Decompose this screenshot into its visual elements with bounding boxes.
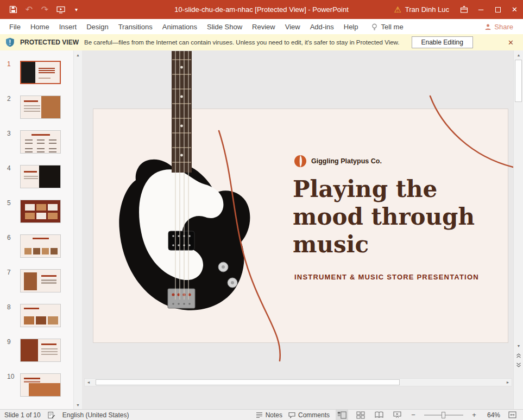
warning-icon: ⚠ xyxy=(394,5,401,14)
maximize-button[interactable] xyxy=(489,0,506,19)
slide-thumbnail-3[interactable] xyxy=(20,130,61,154)
language-indicator[interactable]: English (United States) xyxy=(62,411,129,419)
slide-thumbnail-6[interactable] xyxy=(20,234,61,258)
slide-thumbnail-5[interactable] xyxy=(20,200,61,223)
scroll-down-icon[interactable]: ▼ xyxy=(514,341,523,350)
lightbulb-icon xyxy=(371,23,378,30)
maximize-icon xyxy=(495,7,501,12)
slide-canvas-area: Giggling Platypus Co. Playing the mood t… xyxy=(82,50,513,409)
logo-icon xyxy=(294,155,307,168)
proofing-icon xyxy=(48,411,55,419)
next-slide-button[interactable] xyxy=(514,360,523,369)
double-chevron-down-icon xyxy=(516,362,521,367)
zoom-slider[interactable] xyxy=(424,415,463,416)
chevron-down-icon: ▾ xyxy=(75,7,78,12)
scroll-down-icon[interactable]: ▼ xyxy=(74,400,83,409)
tell-me-box[interactable]: Tell me xyxy=(371,19,404,34)
start-slideshow-button[interactable] xyxy=(53,0,68,19)
normal-view-button[interactable] xyxy=(336,410,348,420)
share-button[interactable]: Share xyxy=(484,19,513,34)
minimize-button[interactable]: ─ xyxy=(472,0,489,19)
zoom-out-button[interactable]: − xyxy=(409,411,417,419)
slide-thumbnail-1[interactable] xyxy=(20,61,61,84)
tab-help[interactable]: Help xyxy=(339,19,363,34)
slide-indicator[interactable]: Slide 1 of 10 xyxy=(4,411,41,419)
banner-close-icon[interactable]: ✕ xyxy=(504,39,518,47)
zoom-slider-thumb[interactable] xyxy=(442,412,445,418)
workspace: 12345678910 ▲ ▼ Giggling Platypus Co. Pl… xyxy=(0,50,523,409)
slide-thumbnail-8[interactable] xyxy=(20,304,61,327)
slide-title-line-1: Playing the xyxy=(293,175,475,203)
slide-thumbnail-10[interactable] xyxy=(20,373,61,397)
redo-button[interactable]: ↷ xyxy=(37,0,53,19)
previous-slide-button[interactable] xyxy=(514,351,523,360)
thumbnail-row: 5 xyxy=(0,200,73,223)
account-button[interactable]: ⚠ Tran Dinh Luc xyxy=(387,0,456,19)
share-label: Share xyxy=(494,23,513,31)
bass-guitar-image xyxy=(112,51,259,325)
tab-insert[interactable]: Insert xyxy=(54,19,82,34)
tab-transitions[interactable]: Transitions xyxy=(114,19,157,34)
scroll-up-icon[interactable]: ▲ xyxy=(74,50,83,59)
zoom-level[interactable]: 64% xyxy=(484,411,500,419)
tab-file[interactable]: File xyxy=(4,19,26,34)
slide-thumbnail-9[interactable] xyxy=(20,339,61,362)
zoom-in-button[interactable]: + xyxy=(470,411,478,419)
close-button[interactable]: ✕ xyxy=(506,0,523,19)
tab-add-ins[interactable]: Add-ins xyxy=(305,19,339,34)
slide-number: 9 xyxy=(0,339,20,345)
minimize-icon: ─ xyxy=(478,5,483,14)
comments-button[interactable]: Comments xyxy=(288,411,330,419)
slide-thumbnail-2[interactable] xyxy=(20,96,61,119)
slide-number: 6 xyxy=(0,234,20,241)
comments-label: Comments xyxy=(298,411,330,419)
scroll-up-icon[interactable]: ▲ xyxy=(514,50,523,59)
tell-me-label: Tell me xyxy=(381,23,404,31)
titlebar-right: ⚠ Tran Dinh Luc ─ ✕ xyxy=(387,0,523,19)
proofing-button[interactable] xyxy=(48,411,55,419)
slide-number: 10 xyxy=(0,373,20,380)
tab-view[interactable]: View xyxy=(280,19,305,34)
scroll-left-icon[interactable]: ◄ xyxy=(85,379,92,386)
slide-thumbnail-4[interactable] xyxy=(20,165,61,188)
fit-to-window-icon xyxy=(508,411,516,418)
horizontal-scrollbar[interactable]: ◄ ► xyxy=(84,378,512,386)
horizontal-scroll-thumb[interactable] xyxy=(96,379,400,385)
tab-design[interactable]: Design xyxy=(81,19,113,34)
enable-editing-button[interactable]: Enable Editing xyxy=(412,36,473,48)
customize-quick-access-toolbar-button[interactable]: ▾ xyxy=(68,0,84,19)
tab-slide-show[interactable]: Slide Show xyxy=(202,19,247,34)
thumbnail-row: 7 xyxy=(0,269,73,292)
reading-view-button[interactable] xyxy=(373,410,385,420)
slideshow-view-button[interactable] xyxy=(391,410,404,420)
tab-animations[interactable]: Animations xyxy=(157,19,202,34)
thumbnail-row: 1 xyxy=(0,61,73,84)
slide-sorter-view-button[interactable] xyxy=(354,410,367,420)
slide-title-line-3: music xyxy=(293,231,475,258)
shield-icon xyxy=(5,37,15,47)
thumbnail-scrollbar[interactable]: ▲ ▼ xyxy=(73,50,82,409)
slide-sorter-icon xyxy=(356,411,365,419)
save-button[interactable] xyxy=(5,0,21,19)
thumbnail-row: 8 xyxy=(0,304,73,327)
tab-home[interactable]: Home xyxy=(26,19,54,34)
slide-number: 7 xyxy=(0,269,20,276)
undo-icon: ↶ xyxy=(26,5,33,14)
slide-thumbnail-7[interactable] xyxy=(20,269,61,292)
reading-view-icon xyxy=(375,411,383,418)
ribbon-display-options-button[interactable] xyxy=(456,0,472,19)
fit-to-window-button[interactable] xyxy=(506,410,519,420)
slide-number: 2 xyxy=(0,96,20,102)
notes-label: Notes xyxy=(266,411,282,419)
slide-number: 5 xyxy=(0,200,20,206)
scroll-right-icon[interactable]: ► xyxy=(504,379,512,386)
logo-text: Giggling Platypus Co. xyxy=(311,157,382,165)
thumbnail-row: 4 xyxy=(0,165,73,188)
notes-button[interactable]: Notes xyxy=(256,411,282,419)
vertical-scroll-thumb[interactable] xyxy=(515,60,522,102)
tab-review[interactable]: Review xyxy=(247,19,280,34)
quick-access-toolbar: ↶ ↷ ▾ xyxy=(0,0,84,19)
vertical-scrollbar[interactable]: ▲ ▼ xyxy=(513,50,523,409)
undo-button[interactable]: ↶ xyxy=(21,0,37,19)
logo: Giggling Platypus Co. xyxy=(294,155,382,168)
